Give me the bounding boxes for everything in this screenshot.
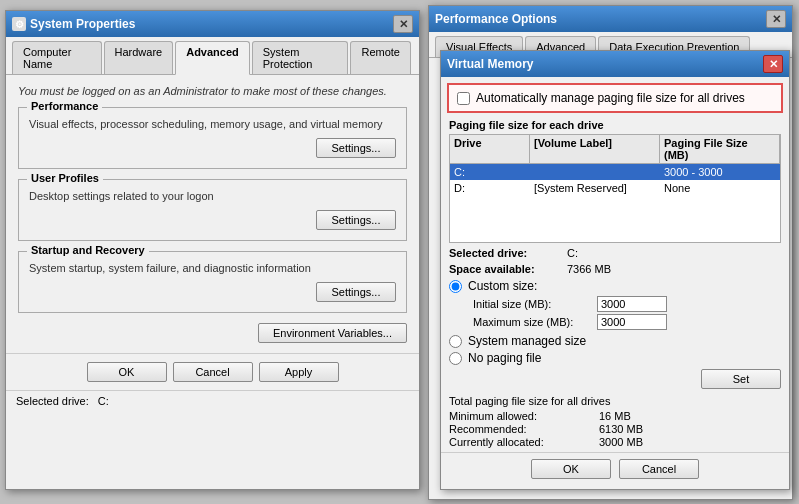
system-properties-title: System Properties [30, 17, 135, 31]
performance-group: Performance Visual effects, processor sc… [18, 107, 407, 169]
initial-size-input[interactable] [597, 296, 667, 312]
admin-notice: You must be logged on as an Administrato… [18, 85, 407, 97]
drive-d-size: None [660, 181, 780, 195]
recommended-row: Recommended: 6130 MB [449, 423, 781, 435]
radio-group: Custom size: Initial size (MB): Maximum … [449, 279, 781, 365]
selected-drive-value: C: [98, 395, 109, 407]
user-profiles-group-title: User Profiles [27, 172, 103, 184]
total-section-title: Total paging file size for all drives [449, 395, 781, 407]
currently-allocated-label: Currently allocated: [449, 436, 599, 448]
system-properties-tab-bar: Computer Name Hardware Advanced System P… [6, 37, 419, 75]
selected-drive-label: Selected drive: [16, 395, 89, 407]
system-icon: ⚙ [12, 17, 26, 31]
selected-drive-info-row: Selected drive: C: [449, 247, 781, 259]
paging-section-label: Paging file size for each drive [449, 119, 781, 131]
no-paging-radio-row[interactable]: No paging file [449, 351, 781, 365]
no-paging-radio[interactable] [449, 352, 462, 365]
drive-d-letter: D: [450, 181, 530, 195]
drive-c-label [530, 165, 660, 179]
environment-variables-btn[interactable]: Environment Variables... [258, 323, 407, 343]
user-profiles-settings-btn[interactable]: Settings... [316, 210, 396, 230]
table-row[interactable]: D: [System Reserved] None [450, 180, 780, 196]
performance-desc: Visual effects, processor scheduling, me… [29, 118, 396, 130]
user-profiles-desc: Desktop settings related to your logon [29, 190, 396, 202]
initial-size-label: Initial size (MB): [473, 298, 593, 310]
tab-remote[interactable]: Remote [350, 41, 411, 74]
system-properties-apply-btn[interactable]: Apply [259, 362, 339, 382]
virtual-memory-dialog: Virtual Memory ✕ Automatically manage pa… [440, 50, 790, 490]
startup-recovery-group-title: Startup and Recovery [27, 244, 149, 256]
performance-options-close-btn[interactable]: ✕ [766, 10, 786, 28]
initial-size-row: Initial size (MB): [473, 296, 773, 312]
set-button-row: Set [449, 369, 781, 389]
virtual-memory-close-btn[interactable]: ✕ [763, 55, 783, 73]
selected-drive-info-value: C: [567, 247, 578, 259]
virtual-memory-titlebar: Virtual Memory ✕ [441, 51, 789, 77]
min-allowed-row: Minimum allowed: 16 MB [449, 410, 781, 422]
system-properties-bottom-buttons: OK Cancel Apply [6, 353, 419, 390]
drive-c-letter: C: [450, 165, 530, 179]
total-section: Total paging file size for all drives Mi… [449, 395, 781, 448]
selected-drive-bar: Selected drive: C: [6, 390, 419, 411]
custom-size-label: Custom size: [468, 279, 537, 293]
system-managed-label: System managed size [468, 334, 586, 348]
system-managed-radio-row[interactable]: System managed size [449, 334, 781, 348]
custom-size-radio-row[interactable]: Custom size: [449, 279, 781, 293]
tab-hardware[interactable]: Hardware [104, 41, 174, 74]
virtual-memory-bottom-buttons: OK Cancel [441, 452, 789, 485]
min-allowed-value: 16 MB [599, 410, 781, 422]
custom-size-radio[interactable] [449, 280, 462, 293]
system-properties-ok-btn[interactable]: OK [87, 362, 167, 382]
space-available-label: Space available: [449, 263, 559, 275]
label-col-header: [Volume Label] [530, 135, 660, 163]
performance-options-title-group: Performance Options [435, 12, 557, 26]
max-size-label: Maximum size (MB): [473, 316, 593, 328]
drive-col-header: Drive [450, 135, 530, 163]
tab-computer-name[interactable]: Computer Name [12, 41, 102, 74]
performance-settings-btn[interactable]: Settings... [316, 138, 396, 158]
system-managed-radio[interactable] [449, 335, 462, 348]
drive-c-size: 3000 - 3000 [660, 165, 780, 179]
size-col-header: Paging File Size (MB) [660, 135, 780, 163]
paging-section: Paging file size for each drive Drive [V… [449, 119, 781, 243]
system-properties-window: ⚙ System Properties ✕ Computer Name Hard… [5, 10, 420, 490]
performance-options-titlebar: Performance Options ✕ [429, 6, 792, 32]
virtual-memory-title: Virtual Memory [447, 57, 533, 71]
recommended-label: Recommended: [449, 423, 599, 435]
system-properties-close-btn[interactable]: ✕ [393, 15, 413, 33]
virtual-memory-ok-btn[interactable]: OK [531, 459, 611, 479]
tab-advanced[interactable]: Advanced [175, 41, 250, 75]
max-size-row: Maximum size (MB): [473, 314, 773, 330]
auto-manage-label: Automatically manage paging file size fo… [476, 91, 745, 105]
user-profiles-group: User Profiles Desktop settings related t… [18, 179, 407, 241]
startup-recovery-settings-btn[interactable]: Settings... [316, 282, 396, 302]
space-available-row: Space available: 7366 MB [449, 263, 781, 275]
max-size-input[interactable] [597, 314, 667, 330]
space-available-value: 7366 MB [567, 263, 611, 275]
currently-allocated-row: Currently allocated: 3000 MB [449, 436, 781, 448]
drive-d-label: [System Reserved] [530, 181, 660, 195]
drive-table-header: Drive [Volume Label] Paging File Size (M… [449, 134, 781, 163]
recommended-value: 6130 MB [599, 423, 781, 435]
system-properties-title-group: ⚙ System Properties [12, 17, 135, 31]
no-paging-label: No paging file [468, 351, 541, 365]
startup-recovery-group: Startup and Recovery System startup, sys… [18, 251, 407, 313]
selected-drive-info-label: Selected drive: [449, 247, 559, 259]
drive-table[interactable]: C: 3000 - 3000 D: [System Reserved] None [449, 163, 781, 243]
table-row[interactable]: C: 3000 - 3000 [450, 164, 780, 180]
min-allowed-label: Minimum allowed: [449, 410, 599, 422]
set-btn[interactable]: Set [701, 369, 781, 389]
auto-manage-row[interactable]: Automatically manage paging file size fo… [447, 83, 783, 113]
virtual-memory-cancel-btn[interactable]: Cancel [619, 459, 699, 479]
tab-system-protection[interactable]: System Protection [252, 41, 349, 74]
system-properties-content: You must be logged on as an Administrato… [6, 75, 419, 353]
currently-allocated-value: 3000 MB [599, 436, 781, 448]
performance-group-title: Performance [27, 100, 102, 112]
system-properties-cancel-btn[interactable]: Cancel [173, 362, 253, 382]
system-properties-titlebar: ⚙ System Properties ✕ [6, 11, 419, 37]
startup-recovery-desc: System startup, system failure, and diag… [29, 262, 396, 274]
performance-options-title: Performance Options [435, 12, 557, 26]
auto-manage-checkbox[interactable] [457, 92, 470, 105]
